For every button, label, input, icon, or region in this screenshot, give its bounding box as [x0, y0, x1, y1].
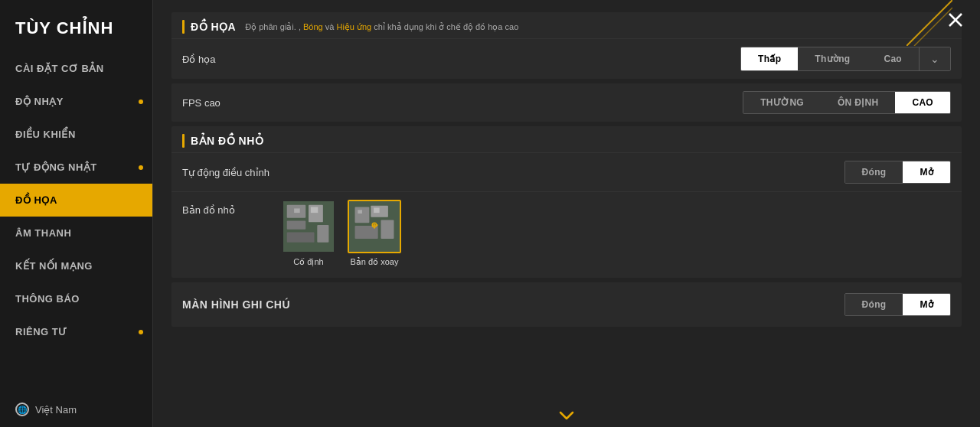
svg-rect-9 — [317, 225, 328, 243]
minimap-fixed-caption: Cố định — [293, 257, 323, 267]
sidebar-item-label: TỰ ĐỘNG NHẬT — [15, 161, 97, 173]
notification-dot — [139, 99, 143, 104]
note-screen-on-button[interactable]: Mở — [903, 294, 950, 315]
svg-rect-13 — [355, 207, 370, 223]
highlight-hieu-ung: Hiệu ứng — [336, 22, 371, 31]
fps-normal-button[interactable]: THƯỜNG — [743, 92, 821, 113]
svg-rect-11 — [311, 207, 318, 214]
scroll-down-indicator[interactable] — [153, 406, 980, 427]
graphics-section-title: ĐỒ HỌA — [191, 21, 236, 33]
sidebar-item-label: ĐIỀU KHIỂN — [15, 129, 76, 140]
sidebar-item-notifications[interactable]: THÔNG BÁO — [0, 282, 152, 315]
fps-label: FPS cao — [182, 97, 743, 109]
note-screen-row: MÀN HÌNH GHI CHÚ Đóng Mở — [172, 282, 962, 327]
sidebar-item-label: ĐỘ NHẠY — [15, 96, 64, 107]
notification-dot — [139, 165, 143, 170]
minimap-rotate-thumb — [348, 200, 401, 253]
svg-rect-10 — [294, 208, 300, 213]
minimap-section-header: BẢN ĐỒ NHỎ — [172, 126, 962, 152]
minimap-rotate-caption: Bản đồ xoay — [351, 257, 399, 267]
region-label: Việt Nam — [35, 404, 77, 416]
minimap-options: Cố định — [282, 200, 401, 267]
sidebar-item-label: CÀI ĐẶT CƠ BẢN — [15, 63, 104, 74]
settings-content: ĐỒ HỌA Độ phân giải. , Bóng và Hiệu ứng … — [153, 0, 980, 406]
graphics-medium-button[interactable]: Thường — [798, 47, 867, 70]
sidebar-item-basic-settings[interactable]: CÀI ĐẶT CƠ BẢN — [0, 52, 152, 85]
sidebar-item-controls[interactable]: ĐIỀU KHIỂN — [0, 118, 152, 151]
minimap-label: Bản đồ nhỏ — [182, 200, 274, 216]
graphics-section-note: Độ phân giải. , Bóng và Hiệu ứng chỉ khả… — [245, 22, 518, 32]
graphics-quality-group: Thấp Thường Cao ⌄ — [740, 47, 951, 71]
auto-adjust-on-button[interactable]: Mở — [903, 161, 950, 183]
note-screen-group: Đóng Mở — [844, 293, 951, 316]
auto-adjust-label: Tự động điều chỉnh — [182, 167, 844, 178]
svg-rect-8 — [287, 233, 315, 243]
sidebar-item-graphics[interactable]: ĐỒ HỌA — [0, 184, 152, 217]
highlight-bong: Bóng — [303, 22, 323, 31]
fps-group: THƯỜNG ÔN ĐỊNH CAO — [743, 91, 951, 114]
region-selector[interactable]: 🌐 Việt Nam — [0, 392, 152, 427]
sidebar-item-privacy[interactable]: RIÊNG TƯ — [0, 315, 152, 348]
fps-high-button[interactable]: CAO — [895, 92, 950, 113]
minimap-fixed-thumb — [282, 200, 335, 253]
svg-rect-17 — [358, 210, 362, 214]
minimap-fixed-option[interactable]: Cố định — [282, 200, 335, 267]
sidebar-item-label: RIÊNG TƯ — [15, 326, 67, 337]
globe-icon: 🌐 — [15, 403, 29, 416]
close-button[interactable] — [943, 8, 968, 32]
graphics-low-button[interactable]: Thấp — [741, 47, 798, 70]
graphics-section-header: ĐỒ HỌA Độ phân giải. , Bóng và Hiệu ứng … — [172, 12, 962, 38]
sidebar-item-label: ĐỒ HỌA — [15, 194, 57, 206]
sidebar-title: TÙY CHỈNH — [0, 8, 152, 52]
minimap-rotate-option[interactable]: Bản đồ xoay — [348, 200, 401, 267]
minimap-section-title: BẢN ĐỒ NHỎ — [191, 135, 263, 147]
auto-adjust-group: Đóng Mở — [844, 161, 951, 184]
auto-adjust-row: Tự động điều chỉnh Đóng Mở — [172, 152, 962, 191]
fps-stable-button[interactable]: ÔN ĐỊNH — [821, 92, 895, 113]
notification-dot — [139, 330, 143, 334]
graphics-quality-label: Đồ họa — [182, 54, 740, 65]
sidebar-item-label: KẾT NỐI MẠNG — [15, 260, 93, 272]
svg-rect-16 — [381, 220, 394, 240]
sidebar: TÙY CHỈNH CÀI ĐẶT CƠ BẢN ĐỘ NHẠY ĐIỀU KH… — [0, 0, 153, 427]
sidebar-item-sensitivity[interactable]: ĐỘ NHẠY — [0, 85, 152, 118]
svg-rect-18 — [374, 207, 380, 213]
section-bar — [182, 20, 185, 34]
sidebar-item-label: THÔNG BÁO — [15, 293, 80, 305]
main-content: ĐỒ HỌA Độ phân giải. , Bóng và Hiệu ứng … — [153, 0, 980, 427]
auto-adjust-off-button[interactable]: Đóng — [845, 161, 903, 183]
graphics-quality-row: Đồ họa Thấp Thường Cao ⌄ — [172, 38, 962, 79]
sidebar-item-auto-update[interactable]: TỰ ĐỘNG NHẬT — [0, 151, 152, 184]
svg-rect-6 — [287, 220, 306, 229]
minimap-options-row: Bản đồ nhỏ — [172, 191, 962, 278]
section-bar — [182, 134, 185, 148]
fps-row: FPS cao THƯỜNG ÔN ĐỊNH CAO — [172, 83, 962, 122]
note-screen-off-button[interactable]: Đóng — [845, 294, 903, 315]
minimap-section: BẢN ĐỒ NHỎ Tự động điều chỉnh Đóng Mở Bả… — [172, 126, 962, 278]
sidebar-item-label: ÂM THANH — [15, 227, 71, 239]
sidebar-item-audio[interactable]: ÂM THANH — [0, 217, 152, 249]
graphics-section: ĐỒ HỌA Độ phân giải. , Bóng và Hiệu ứng … — [172, 12, 962, 79]
graphics-dropdown-button[interactable]: ⌄ — [919, 47, 950, 70]
note-screen-section: MÀN HÌNH GHI CHÚ Đóng Mở — [172, 282, 962, 327]
fps-section: FPS cao THƯỜNG ÔN ĐỊNH CAO — [172, 83, 962, 122]
graphics-high-button[interactable]: Cao — [867, 47, 919, 70]
sidebar-item-network[interactable]: KẾT NỐI MẠNG — [0, 249, 152, 282]
note-screen-title: MÀN HÌNH GHI CHÚ — [182, 298, 844, 311]
